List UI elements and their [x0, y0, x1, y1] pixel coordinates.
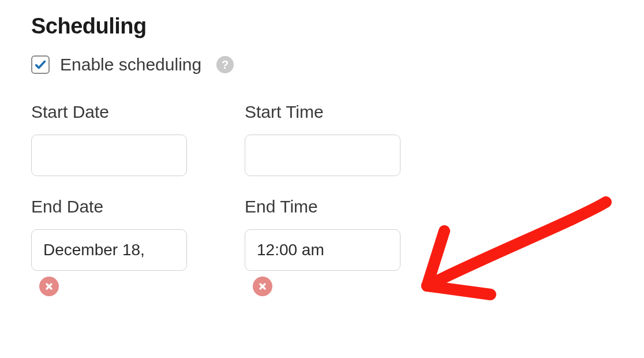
- start-date-label: Start Date: [31, 102, 239, 122]
- start-time-label: Start Time: [245, 102, 452, 122]
- end-time-field: End Time: [245, 197, 452, 296]
- enable-scheduling-checkbox[interactable]: [31, 55, 50, 74]
- clear-end-date-button[interactable]: [39, 277, 59, 296]
- end-date-input[interactable]: [31, 229, 187, 271]
- end-time-label: End Time: [245, 197, 452, 217]
- close-icon: [258, 282, 267, 291]
- end-date-label: End Date: [31, 197, 239, 217]
- close-icon: [44, 282, 54, 291]
- clear-end-time-button[interactable]: [253, 277, 272, 296]
- start-time-input[interactable]: [245, 135, 400, 176]
- start-time-field: Start Time: [245, 102, 452, 176]
- end-time-input[interactable]: [245, 229, 400, 271]
- enable-scheduling-row: Enable scheduling ?: [31, 55, 613, 74]
- enable-scheduling-label: Enable scheduling: [60, 55, 201, 74]
- start-date-input[interactable]: [31, 135, 187, 176]
- check-icon: [34, 58, 47, 71]
- end-date-field: End Date: [31, 197, 239, 296]
- section-title: Scheduling: [31, 14, 613, 39]
- start-date-field: Start Date: [31, 102, 239, 176]
- help-icon[interactable]: ?: [216, 56, 234, 73]
